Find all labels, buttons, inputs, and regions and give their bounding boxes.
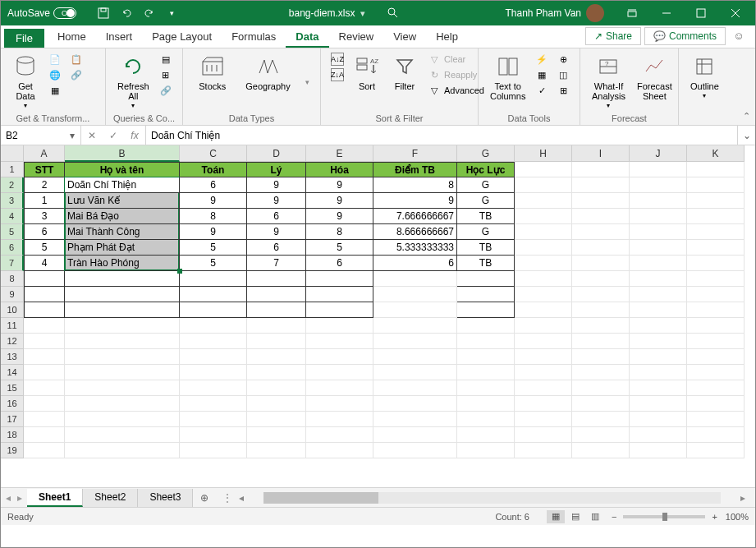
cell[interactable] — [687, 349, 745, 365]
file-tab[interactable]: File — [4, 29, 44, 48]
cell[interactable] — [515, 334, 572, 349]
cell[interactable]: 5 — [180, 240, 247, 256]
formula-input[interactable] — [151, 130, 732, 141]
outline-button[interactable]: Outline ▾ — [685, 52, 724, 102]
cell[interactable] — [65, 287, 180, 302]
existing-conn-icon[interactable]: 🔗 — [66, 67, 86, 82]
from-text-icon[interactable]: 📄 — [45, 52, 65, 67]
cell[interactable] — [572, 193, 630, 209]
row-header[interactable]: 14 — [1, 365, 24, 380]
column-header[interactable]: I — [572, 145, 630, 162]
qat-customize-icon[interactable]: ▾ — [163, 4, 181, 22]
cell[interactable] — [65, 349, 180, 365]
cell[interactable] — [572, 240, 630, 256]
column-header[interactable]: D — [247, 145, 306, 162]
row-header[interactable]: 18 — [1, 427, 24, 443]
column-header[interactable]: B — [65, 145, 180, 162]
row-header[interactable]: 2 — [1, 177, 24, 193]
cell[interactable] — [457, 287, 515, 302]
column-header[interactable]: A — [24, 145, 65, 162]
column-header[interactable]: G — [457, 145, 515, 162]
cell[interactable] — [457, 396, 515, 412]
cell[interactable] — [65, 365, 180, 380]
hscroll-right-icon[interactable]: ▸ — [737, 492, 749, 504]
normal-view-icon[interactable]: ▦ — [547, 510, 565, 523]
cell[interactable] — [180, 287, 247, 302]
cell[interactable] — [572, 365, 630, 380]
column-header[interactable]: H — [515, 145, 572, 162]
cell[interactable]: Tràn Hào Phóng — [65, 256, 180, 271]
cell[interactable] — [180, 412, 247, 427]
hscroll-track[interactable] — [263, 492, 721, 504]
cell[interactable] — [180, 380, 247, 396]
cell[interactable] — [373, 412, 457, 427]
cell[interactable] — [630, 427, 687, 443]
cell[interactable] — [24, 334, 65, 349]
cell[interactable]: 9 — [180, 224, 247, 240]
cell[interactable] — [687, 380, 745, 396]
enter-formula-icon[interactable]: ✓ — [103, 130, 124, 141]
queries-icon[interactable]: ▤ — [156, 52, 176, 67]
cell[interactable] — [306, 396, 373, 412]
cell[interactable] — [515, 349, 572, 365]
cell[interactable] — [180, 302, 247, 318]
cell[interactable] — [515, 427, 572, 443]
cancel-formula-icon[interactable]: ✕ — [81, 130, 103, 141]
remove-dup-icon[interactable]: ▦ — [532, 67, 552, 82]
cell[interactable] — [457, 334, 515, 349]
cell[interactable] — [515, 177, 572, 193]
from-web-icon[interactable]: 🌐 — [45, 67, 65, 82]
cell[interactable] — [630, 349, 687, 365]
refresh-all-button[interactable]: Refresh All ▾ — [112, 52, 154, 112]
cell[interactable] — [630, 334, 687, 349]
row-header[interactable]: 4 — [1, 209, 24, 224]
cell[interactable] — [247, 287, 306, 302]
cell[interactable] — [180, 334, 247, 349]
cell[interactable] — [457, 318, 515, 334]
cell[interactable] — [687, 287, 745, 302]
text-to-columns-button[interactable]: Text to Columns — [485, 52, 530, 103]
sheet-nav-next-icon[interactable]: ▸ — [17, 492, 22, 504]
save-icon[interactable] — [94, 4, 112, 22]
cell[interactable] — [247, 412, 306, 427]
cell[interactable] — [630, 396, 687, 412]
cell[interactable]: 6 — [373, 256, 457, 271]
cell[interactable] — [687, 412, 745, 427]
cell[interactable] — [24, 271, 65, 287]
cell[interactable] — [687, 193, 745, 209]
row-header[interactable]: 1 — [1, 162, 24, 177]
cell[interactable]: G — [457, 224, 515, 240]
cell[interactable] — [572, 396, 630, 412]
sort-asc-button[interactable]: A↓Z — [328, 52, 347, 67]
minimize-icon[interactable] — [650, 1, 683, 25]
tab-data[interactable]: Data — [286, 27, 328, 48]
sheet-tab-sheet1[interactable]: Sheet1 — [27, 489, 83, 507]
cell[interactable] — [180, 396, 247, 412]
cell[interactable] — [457, 380, 515, 396]
tab-review[interactable]: Review — [329, 27, 384, 48]
cell[interactable] — [515, 412, 572, 427]
cell[interactable] — [180, 349, 247, 365]
sheet-tab-sheet3[interactable]: Sheet3 — [138, 489, 193, 507]
row-header[interactable]: 6 — [1, 240, 24, 256]
cell[interactable] — [515, 365, 572, 380]
cell[interactable] — [65, 427, 180, 443]
cell[interactable]: 8 — [306, 224, 373, 240]
cell[interactable] — [630, 302, 687, 318]
cell[interactable] — [572, 334, 630, 349]
cell[interactable] — [247, 365, 306, 380]
data-types-more-icon[interactable]: ▾ — [305, 78, 309, 86]
cell[interactable] — [572, 302, 630, 318]
cell[interactable] — [572, 443, 630, 458]
cell[interactable] — [65, 380, 180, 396]
cell[interactable]: 9 — [306, 193, 373, 209]
sort-desc-button[interactable]: Z↓A — [328, 67, 347, 82]
cell[interactable] — [457, 302, 515, 318]
geography-button[interactable]: Geography — [241, 52, 295, 93]
sheet-nav-prev-icon[interactable]: ◂ — [6, 492, 11, 504]
column-header[interactable]: C — [180, 145, 247, 162]
column-header[interactable]: F — [373, 145, 457, 162]
cell[interactable]: Phạm Phát Đạt — [65, 240, 180, 256]
stocks-button[interactable]: Stocks — [194, 52, 231, 93]
cell[interactable] — [630, 365, 687, 380]
